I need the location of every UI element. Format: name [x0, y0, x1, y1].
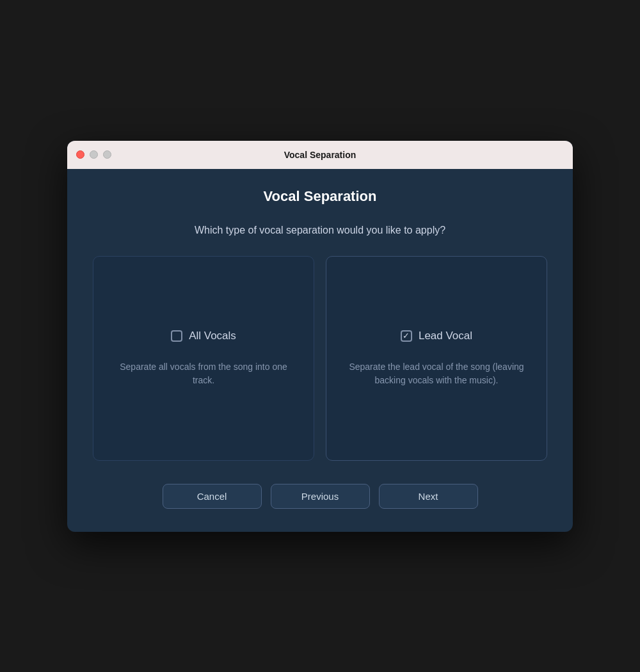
option-card-all-vocals[interactable]: All Vocals Separate all vocals from the …	[93, 256, 314, 461]
previous-button[interactable]: Previous	[271, 484, 370, 509]
all-vocals-header: All Vocals	[171, 330, 236, 342]
maximize-button[interactable]	[103, 150, 111, 159]
lead-vocal-checkbox[interactable]	[401, 330, 412, 342]
titlebar: Vocal Separation	[67, 141, 573, 169]
lead-vocal-description: Separate the lead vocal of the song (lea…	[344, 360, 529, 387]
cancel-button[interactable]: Cancel	[163, 484, 262, 509]
button-row: Cancel Previous Next	[93, 484, 547, 509]
dialog-title: Vocal Separation	[93, 188, 547, 205]
window-title: Vocal Separation	[284, 150, 356, 160]
dialog-question: Which type of vocal separation would you…	[93, 223, 547, 238]
traffic-lights	[76, 150, 111, 159]
all-vocals-description: Separate all vocals from the song into o…	[111, 360, 296, 387]
all-vocals-checkbox[interactable]	[171, 330, 182, 342]
dialog-window: Vocal Separation Vocal Separation Which …	[67, 141, 573, 532]
option-card-lead-vocal[interactable]: Lead Vocal Separate the lead vocal of th…	[326, 256, 547, 461]
next-button[interactable]: Next	[379, 484, 478, 509]
all-vocals-label: All Vocals	[189, 330, 236, 342]
options-row: All Vocals Separate all vocals from the …	[93, 256, 547, 461]
dialog-content: Vocal Separation Which type of vocal sep…	[67, 169, 573, 532]
lead-vocal-header: Lead Vocal	[401, 330, 472, 342]
close-button[interactable]	[76, 150, 84, 159]
lead-vocal-label: Lead Vocal	[419, 330, 472, 342]
minimize-button[interactable]	[90, 150, 98, 159]
